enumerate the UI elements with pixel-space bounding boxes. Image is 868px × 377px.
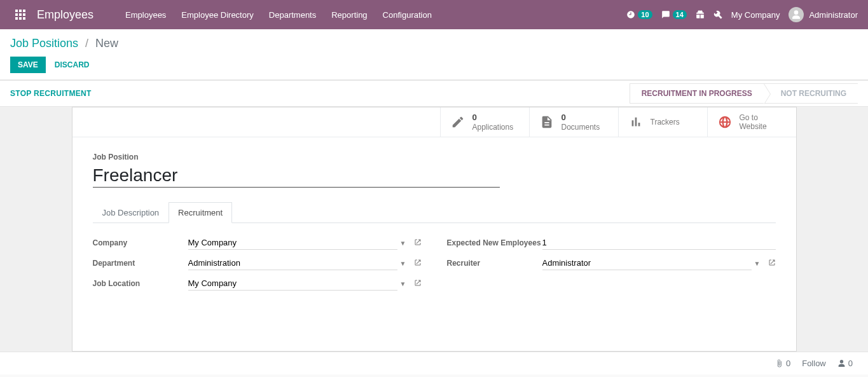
tabs: Job Description Recruitment — [93, 202, 776, 223]
label-recruiter: Recruiter — [447, 259, 542, 268]
tab-recruitment[interactable]: Recruitment — [169, 202, 232, 223]
row-department: Department ▼ — [93, 256, 422, 270]
row-company: Company ▼ — [93, 236, 422, 250]
document-icon — [540, 115, 554, 129]
stat-trackers[interactable]: Trackers — [618, 107, 707, 137]
label-department: Department — [93, 259, 188, 268]
company-name[interactable]: My Company — [731, 10, 780, 20]
svg-rect-4 — [19, 13, 22, 16]
external-link-icon[interactable] — [414, 259, 422, 268]
nav-employees[interactable]: Employees — [119, 6, 172, 24]
svg-rect-5 — [23, 13, 25, 16]
clock-icon — [626, 10, 635, 19]
gift-icon[interactable] — [696, 10, 705, 19]
label-expected: Expected New Employees — [447, 238, 542, 249]
external-link-icon[interactable] — [768, 259, 776, 268]
avatar-icon — [789, 7, 804, 22]
app-brand[interactable]: Employees — [37, 8, 93, 22]
attachments-count[interactable]: 0 — [775, 359, 790, 368]
breadcrumb: Job Positions / New — [10, 37, 858, 50]
company-input[interactable] — [188, 236, 397, 250]
nav-right: 10 14 My Company Administrator — [626, 7, 858, 22]
apps-icon[interactable] — [10, 10, 31, 20]
department-input[interactable] — [188, 256, 397, 270]
form-area: 0 Applications 0 Documents Trackers — [0, 107, 868, 352]
row-job-location: Job Location ▼ — [93, 277, 422, 291]
chevron-down-icon[interactable]: ▼ — [754, 260, 762, 267]
tab-content: Company ▼ Department ▼ — [93, 223, 776, 297]
nav-reporting[interactable]: Reporting — [325, 6, 373, 24]
tab-job-description[interactable]: Job Description — [93, 202, 169, 223]
svg-rect-2 — [23, 10, 25, 12]
form-col-right: Expected New Employees Recruiter ▼ — [447, 236, 776, 297]
stat-website[interactable]: Go to Website — [707, 107, 796, 137]
pencil-icon — [451, 115, 465, 129]
stop-recruitment-button[interactable]: STOP RECRUITMENT — [10, 89, 92, 98]
svg-rect-7 — [19, 17, 22, 20]
status-bar: STOP RECRUITMENT RECRUITMENT IN PROGRESS… — [0, 80, 868, 107]
label-job-location: Job Location — [93, 279, 188, 288]
user-icon — [837, 359, 846, 367]
row-recruiter: Recruiter ▼ — [447, 256, 776, 270]
svg-rect-3 — [15, 13, 18, 16]
timer-badge[interactable]: 10 — [626, 10, 652, 19]
chatter-bar: 0 Follow 0 — [0, 352, 868, 374]
nav-employee-directory[interactable]: Employee Directory — [175, 6, 259, 24]
status-in-progress[interactable]: RECRUITMENT IN PROGRESS — [630, 83, 764, 104]
followers-count[interactable]: 0 — [837, 359, 853, 368]
form-sheet: 0 Applications 0 Documents Trackers — [72, 107, 797, 352]
external-link-icon[interactable] — [414, 238, 422, 248]
job-position-input[interactable] — [93, 165, 500, 188]
control-panel: Job Positions / New SAVE DISCARD — [0, 29, 868, 80]
expected-input[interactable] — [542, 236, 776, 250]
chevron-down-icon[interactable]: ▼ — [400, 240, 408, 247]
discard-button[interactable]: DISCARD — [55, 60, 90, 69]
svg-rect-6 — [15, 17, 18, 20]
job-location-input[interactable] — [188, 277, 397, 291]
user-name: Administrator — [809, 10, 858, 20]
wrench-icon[interactable] — [713, 10, 722, 19]
label-company: Company — [93, 238, 188, 247]
external-link-icon[interactable] — [414, 279, 422, 289]
user-menu[interactable]: Administrator — [789, 7, 858, 22]
chevron-down-icon[interactable]: ▼ — [400, 280, 408, 287]
status-steps: RECRUITMENT IN PROGRESS NOT RECRUITING — [630, 83, 858, 104]
globe-icon — [718, 115, 732, 129]
main-navbar: Employees Employees Employee Directory D… — [0, 0, 868, 29]
attachment-icon — [775, 359, 783, 367]
nav-departments[interactable]: Departments — [263, 6, 322, 24]
svg-rect-1 — [19, 10, 22, 12]
breadcrumb-sep: / — [85, 37, 88, 50]
nav-links: Employees Employee Directory Departments… — [119, 6, 438, 24]
save-button[interactable]: SAVE — [10, 57, 46, 73]
follow-button[interactable]: Follow — [802, 359, 826, 368]
nav-configuration[interactable]: Configuration — [376, 6, 438, 24]
status-not-recruiting[interactable]: NOT RECRUITING — [764, 83, 858, 104]
sheet-body: Job Position Job Description Recruitment… — [72, 137, 796, 322]
cp-buttons: SAVE DISCARD — [10, 57, 858, 73]
chevron-down-icon[interactable]: ▼ — [400, 260, 408, 267]
job-position-label: Job Position — [93, 153, 776, 161]
row-expected: Expected New Employees — [447, 236, 776, 250]
button-box: 0 Applications 0 Documents Trackers — [72, 107, 796, 137]
breadcrumb-parent[interactable]: Job Positions — [10, 37, 78, 50]
form-col-left: Company ▼ Department ▼ — [93, 236, 422, 297]
bar-chart-icon — [629, 115, 643, 129]
svg-rect-8 — [23, 17, 25, 20]
recruiter-input[interactable] — [542, 256, 752, 270]
breadcrumb-current: New — [95, 37, 118, 50]
messages-badge[interactable]: 14 — [661, 10, 687, 19]
chat-icon — [661, 10, 670, 19]
stat-documents[interactable]: 0 Documents — [529, 107, 618, 137]
stat-applications[interactable]: 0 Applications — [440, 107, 529, 137]
svg-rect-0 — [15, 10, 18, 12]
